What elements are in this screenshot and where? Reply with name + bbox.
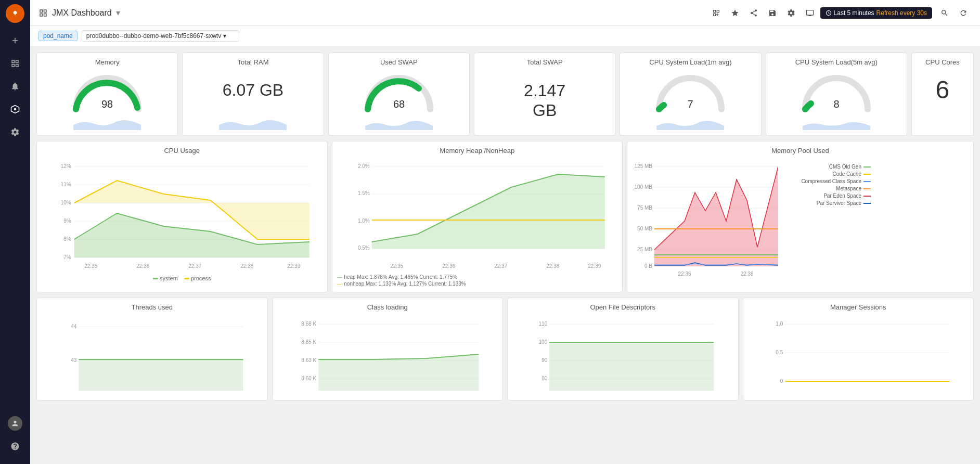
star-button[interactable] bbox=[727, 5, 743, 21]
cpu-load-1m-wave bbox=[625, 114, 755, 130]
pool-legend: CMS Old Gen Code Cache Compressed Class … bbox=[782, 159, 871, 283]
add-panel-button[interactable] bbox=[708, 5, 725, 21]
add-panel-sidebar-icon[interactable] bbox=[6, 31, 24, 50]
pool-content: 125 MB 100 MB 75 MB 50 MB 25 MB 0 B bbox=[633, 159, 968, 283]
svg-point-1 bbox=[14, 108, 17, 111]
sidebar bbox=[0, 0, 30, 464]
svg-text:22:39: 22:39 bbox=[588, 263, 601, 269]
svg-text:2.0%: 2.0% bbox=[357, 163, 369, 169]
grafana-logo[interactable] bbox=[6, 4, 24, 23]
svg-text:8.63 K: 8.63 K bbox=[301, 357, 316, 363]
svg-text:7%: 7% bbox=[63, 254, 71, 260]
svg-text:9%: 9% bbox=[63, 218, 71, 224]
heap-chart: 2.0% 1.5% 1.0% 0.5% 22:35 22:36 bbox=[338, 159, 617, 273]
svg-text:22:38: 22:38 bbox=[546, 263, 559, 269]
svg-text:1.5%: 1.5% bbox=[357, 190, 369, 196]
pod-name-select[interactable]: prod0dubbo--dubbo-demo-web-7bf5c8667-sxw… bbox=[82, 30, 239, 42]
time-range-pill[interactable]: Last 5 minutes Refresh every 30s bbox=[820, 7, 932, 19]
svg-text:0.5: 0.5 bbox=[776, 350, 783, 355]
cpu-usage-legend: system process bbox=[42, 275, 322, 281]
page-title-container: JMX Dashboard ▾ bbox=[38, 8, 120, 18]
used-swap-wave bbox=[334, 114, 464, 130]
class-loading-chart: 8.68 K 8.65 K 8.63 K 8.60 K bbox=[278, 315, 498, 393]
cpu-load-5m-card: CPU System Load(5m avg) 8 bbox=[766, 53, 907, 136]
svg-text:125 MB: 125 MB bbox=[635, 163, 653, 169]
heap-legend-nonheap: — nonheap Max: 1.133% Avg: 1.127% Curren… bbox=[338, 281, 617, 287]
svg-text:22:37: 22:37 bbox=[188, 263, 201, 269]
threads-card: Threads used 44 43 bbox=[36, 298, 268, 401]
threads-title: Threads used bbox=[42, 303, 262, 311]
cpu-load-1m-card: CPU System Load(1m avg) 7 bbox=[620, 53, 761, 136]
svg-text:22:37: 22:37 bbox=[494, 263, 507, 269]
filter-bar: pod_name prod0dubbo--dubbo-demo-web-7bf5… bbox=[30, 26, 980, 46]
file-desc-chart: 110 100 90 80 bbox=[513, 315, 733, 393]
alerts-icon[interactable] bbox=[6, 77, 24, 96]
save-button[interactable] bbox=[764, 5, 781, 21]
cpu-load-1m-title: CPU System Load(1m avg) bbox=[649, 58, 731, 66]
svg-text:98: 98 bbox=[101, 98, 113, 110]
svg-text:10%: 10% bbox=[61, 200, 71, 205]
svg-text:8.68 K: 8.68 K bbox=[301, 321, 316, 327]
topbar-actions: Last 5 minutes Refresh every 30s bbox=[708, 5, 972, 21]
memory-heap-card: Memory Heap /NonHeap 2.0% 1.5% 1.0% 0.5% bbox=[332, 141, 623, 292]
file-desc-title: Open File Descriptors bbox=[513, 303, 733, 311]
svg-text:1.0: 1.0 bbox=[776, 321, 783, 327]
svg-text:12%: 12% bbox=[61, 163, 71, 169]
svg-text:0: 0 bbox=[780, 378, 783, 384]
svg-text:25 MB: 25 MB bbox=[637, 247, 652, 252]
share-button[interactable] bbox=[745, 5, 762, 21]
dashboard-content: Memory 98 Total RAM 6.07 GB bbox=[30, 46, 980, 464]
svg-text:0.5%: 0.5% bbox=[357, 245, 369, 251]
title-chevron[interactable]: ▾ bbox=[116, 8, 120, 18]
class-loading-title: Class loading bbox=[278, 303, 498, 311]
svg-text:100 MB: 100 MB bbox=[635, 184, 653, 190]
user-avatar[interactable] bbox=[6, 414, 24, 433]
svg-text:22:36: 22:36 bbox=[136, 263, 149, 269]
svg-text:8.65 K: 8.65 K bbox=[301, 339, 316, 345]
manager-sessions-chart: 1.0 0.5 0 bbox=[749, 315, 969, 393]
memory-pool-card: Memory Pool Used 125 MB 100 MB 75 MB 50 … bbox=[627, 141, 974, 292]
svg-text:100: 100 bbox=[539, 339, 548, 345]
memory-wave bbox=[42, 114, 172, 130]
used-swap-gauge-svg: 68 bbox=[363, 70, 435, 114]
used-swap-card: Used SWAP 68 bbox=[328, 53, 470, 136]
dashboards-icon[interactable] bbox=[6, 54, 24, 73]
tv-mode-button[interactable] bbox=[802, 5, 818, 21]
cpu-cores-value: 6 bbox=[936, 75, 950, 104]
svg-text:22:39: 22:39 bbox=[287, 263, 300, 269]
search-button[interactable] bbox=[936, 5, 953, 21]
svg-text:50 MB: 50 MB bbox=[637, 226, 652, 231]
manager-sessions-card: Manager Sessions 1.0 0.5 0 bbox=[743, 298, 974, 401]
kubernetes-icon[interactable] bbox=[6, 100, 24, 119]
settings-icon[interactable] bbox=[6, 123, 24, 141]
cpu-load-5m-wave bbox=[771, 114, 901, 130]
page-title: JMX Dashboard bbox=[52, 8, 112, 18]
manager-sessions-title: Manager Sessions bbox=[749, 303, 969, 311]
svg-text:8.60 K: 8.60 K bbox=[301, 376, 316, 381]
cpu-cores-card: CPU Cores 6 bbox=[911, 53, 974, 136]
total-swap-value: 2.147GB bbox=[524, 81, 565, 121]
total-ram-value: 6.07 GB bbox=[223, 81, 283, 100]
filter-label: pod_name bbox=[38, 31, 78, 41]
cpu-load-5m-title: CPU System Load(5m avg) bbox=[795, 58, 878, 66]
heap-title: Memory Heap /NonHeap bbox=[338, 147, 617, 154]
main-content: JMX Dashboard ▾ Last 5 bbox=[30, 0, 980, 464]
total-swap-title: Total SWAP bbox=[527, 58, 563, 66]
pool-title: Memory Pool Used bbox=[633, 147, 968, 154]
total-swap-card: Total SWAP 2.147GB bbox=[474, 53, 615, 136]
svg-text:110: 110 bbox=[539, 321, 548, 327]
svg-text:22:35: 22:35 bbox=[84, 263, 97, 269]
used-swap-title: Used SWAP bbox=[380, 58, 418, 66]
settings-cog-button[interactable] bbox=[783, 5, 800, 21]
heap-legend-heap: — heap Max: 1.878% Avg: 1.465% Current: … bbox=[338, 273, 617, 281]
cpu-usage-card: CPU Usage 12% 11% 10% 9% 8% 7% bbox=[36, 141, 328, 292]
refresh-button[interactable] bbox=[955, 5, 972, 21]
svg-text:1.0%: 1.0% bbox=[357, 218, 369, 224]
grid-icon bbox=[38, 8, 48, 18]
cpu-legend-system: system bbox=[160, 275, 178, 281]
charts-row: CPU Usage 12% 11% 10% 9% 8% 7% bbox=[36, 141, 974, 292]
svg-text:43: 43 bbox=[71, 357, 77, 363]
help-icon[interactable] bbox=[6, 437, 24, 456]
cpu-load-1m-svg: 7 bbox=[654, 70, 727, 114]
svg-text:22:36: 22:36 bbox=[442, 263, 455, 269]
